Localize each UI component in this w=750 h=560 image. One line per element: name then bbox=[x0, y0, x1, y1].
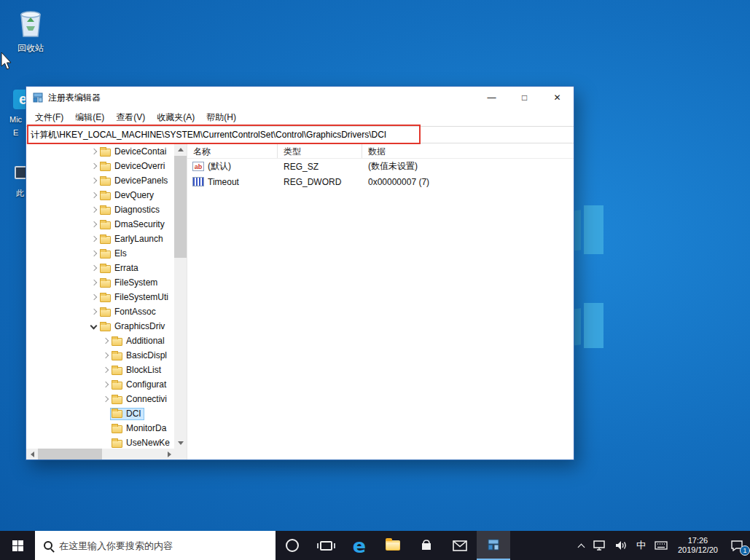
touch-keyboard-button[interactable] bbox=[650, 531, 672, 560]
folder-icon bbox=[100, 163, 111, 171]
column-header-type[interactable]: 类型 bbox=[278, 143, 362, 158]
tree-item[interactable]: DevicePanels bbox=[26, 173, 174, 188]
folder-icon bbox=[100, 149, 111, 157]
chevron-right-icon[interactable] bbox=[89, 277, 99, 288]
store-button[interactable] bbox=[410, 531, 443, 560]
chevron-right-icon[interactable] bbox=[89, 263, 99, 273]
tree-item-label: Diagnostics bbox=[114, 205, 160, 215]
mail-icon bbox=[453, 540, 467, 551]
tree-item[interactable]: Errata bbox=[26, 261, 174, 275]
tree-item[interactable]: EarlyLaunch bbox=[26, 232, 174, 246]
chevron-right-icon[interactable] bbox=[89, 146, 99, 157]
menu-help[interactable]: 帮助(H) bbox=[200, 109, 242, 126]
edge-icon-label-line2: E bbox=[13, 128, 18, 137]
tree-item[interactable]: Connectivi bbox=[26, 392, 174, 406]
ime-indicator[interactable]: 中 bbox=[632, 531, 650, 560]
cortana-icon bbox=[286, 539, 299, 552]
task-view-button[interactable] bbox=[309, 531, 343, 560]
chevron-right-icon[interactable] bbox=[89, 248, 99, 259]
chevron-right-icon[interactable] bbox=[101, 350, 111, 360]
store-icon bbox=[420, 539, 433, 552]
chevron-right-icon[interactable] bbox=[89, 292, 99, 302]
scroll-up-arrow[interactable] bbox=[174, 143, 187, 155]
tree-item-label: FontAssoc bbox=[114, 307, 156, 317]
chevron-right-icon[interactable] bbox=[101, 365, 111, 375]
tree-item-dci-selected[interactable]: DCI bbox=[26, 406, 174, 421]
menu-file[interactable]: 文件(F) bbox=[29, 109, 69, 126]
chevron-right-icon[interactable] bbox=[89, 219, 99, 229]
mouse-cursor bbox=[1, 52, 14, 74]
network-icon bbox=[593, 540, 606, 551]
clock-date: 2019/12/20 bbox=[678, 545, 718, 555]
mail-button[interactable] bbox=[443, 531, 477, 560]
tree-item[interactable]: DeviceOverri bbox=[26, 159, 174, 173]
chevron-right-icon[interactable] bbox=[89, 307, 99, 317]
keyboard-icon bbox=[655, 541, 668, 550]
chevron-right-icon[interactable] bbox=[89, 176, 99, 186]
tree-item-label: FileSystem bbox=[114, 277, 157, 288]
taskbar-search-box[interactable] bbox=[35, 531, 276, 560]
tree-item[interactable]: UseNewKe bbox=[26, 435, 174, 449]
menu-view[interactable]: 查看(V) bbox=[110, 109, 151, 126]
cortana-button[interactable] bbox=[276, 531, 309, 560]
chevron-down-icon[interactable] bbox=[89, 321, 99, 331]
search-input[interactable] bbox=[59, 540, 256, 551]
chevron-right-icon[interactable] bbox=[89, 234, 99, 244]
minimize-button[interactable]: — bbox=[475, 87, 508, 109]
tree-item[interactable]: Additional bbox=[26, 334, 174, 348]
chevron-right-icon[interactable] bbox=[101, 336, 111, 346]
tree-item[interactable]: MonitorDa bbox=[26, 421, 174, 435]
scroll-down-arrow[interactable] bbox=[174, 437, 187, 449]
show-hidden-icons-button[interactable] bbox=[574, 531, 589, 560]
tree-item-graphicsdrivers[interactable]: GraphicsDriv bbox=[26, 319, 174, 334]
taskbar-clock[interactable]: 17:26 2019/12/20 bbox=[672, 531, 724, 560]
tree-horizontal-scrollbar[interactable] bbox=[26, 449, 187, 460]
recycle-bin-label: 回收站 bbox=[17, 43, 44, 53]
tree-item[interactable]: Configurat bbox=[26, 377, 174, 392]
tree-vertical-scrollbar[interactable] bbox=[174, 143, 187, 449]
chevron-right-icon[interactable] bbox=[89, 205, 99, 215]
tree-item[interactable]: FileSystemUti bbox=[26, 290, 174, 304]
notification-center-button[interactable]: 1 bbox=[724, 531, 750, 560]
tree-item[interactable]: Diagnostics bbox=[26, 202, 174, 217]
tree-item[interactable]: Els bbox=[26, 246, 174, 261]
volume-button[interactable] bbox=[611, 531, 632, 560]
maximize-button[interactable]: □ bbox=[508, 87, 541, 109]
column-header-name[interactable]: 名称 bbox=[187, 143, 278, 158]
network-button[interactable] bbox=[589, 531, 611, 560]
folder-icon bbox=[100, 265, 111, 273]
desktop-icon-recycle-bin[interactable]: 回收站 bbox=[7, 7, 54, 55]
chevron-right-icon[interactable] bbox=[101, 379, 111, 390]
tree-item[interactable]: DevQuery bbox=[26, 188, 174, 202]
notification-badge: 1 bbox=[740, 545, 750, 556]
menu-favorites[interactable]: 收藏夹(A) bbox=[151, 109, 200, 126]
scroll-right-arrow[interactable] bbox=[163, 449, 175, 460]
column-header-data[interactable]: 数据 bbox=[362, 143, 574, 158]
file-explorer-button[interactable] bbox=[376, 531, 410, 560]
edge-button[interactable]: e bbox=[343, 531, 376, 560]
tree-item[interactable]: DmaSecurity bbox=[26, 217, 174, 232]
tree-item[interactable]: FileSystem bbox=[26, 275, 174, 290]
address-bar[interactable]: 计算机\HKEY_LOCAL_MACHINE\SYSTEM\CurrentCon… bbox=[26, 126, 574, 143]
tree-item[interactable]: DeviceContai bbox=[26, 144, 174, 159]
chevron-right-icon[interactable] bbox=[89, 190, 99, 200]
folder-icon bbox=[100, 178, 111, 186]
regedit-taskbar-button[interactable] bbox=[477, 531, 510, 560]
title-bar[interactable]: 注册表编辑器 — □ ✕ bbox=[26, 87, 574, 109]
scroll-left-arrow[interactable] bbox=[26, 449, 38, 460]
vertical-scroll-thumb[interactable] bbox=[174, 156, 187, 258]
start-button[interactable] bbox=[0, 531, 35, 560]
folder-icon bbox=[112, 338, 122, 346]
close-button[interactable]: ✕ bbox=[541, 87, 574, 109]
folder-icon bbox=[100, 207, 111, 215]
tree-item[interactable]: BasicDispl bbox=[26, 348, 174, 363]
registry-value-row[interactable]: Timeout REG_DWORD 0x00000007 (7) bbox=[187, 174, 574, 189]
registry-value-row[interactable]: ab (默认) REG_SZ (数值未设置) bbox=[187, 159, 574, 174]
menu-edit[interactable]: 编辑(E) bbox=[69, 109, 110, 126]
tree-item[interactable]: BlockList bbox=[26, 363, 174, 377]
tree-item[interactable]: FontAssoc bbox=[26, 304, 174, 319]
tree-item-label: Errata bbox=[114, 263, 138, 273]
chevron-right-icon[interactable] bbox=[101, 394, 111, 404]
horizontal-scroll-thumb[interactable] bbox=[38, 449, 102, 460]
chevron-right-icon[interactable] bbox=[89, 161, 99, 171]
